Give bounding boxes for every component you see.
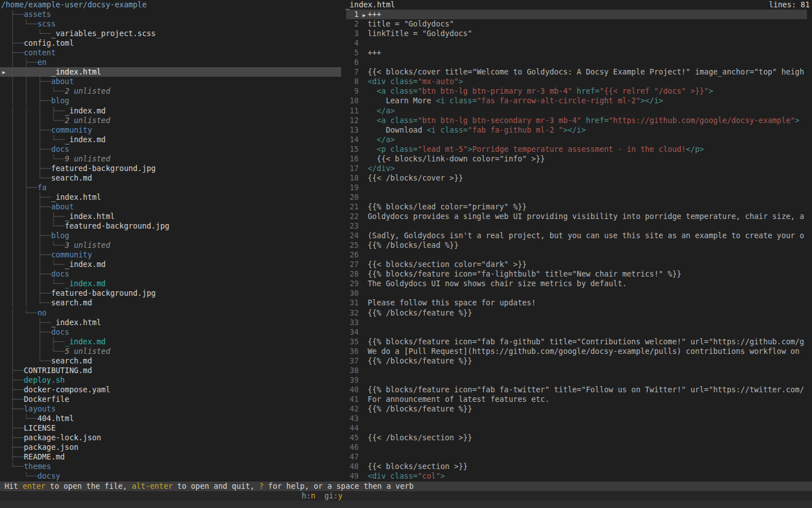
tree-row[interactable]: │ ├──en: [0, 58, 343, 67]
code-segment: >: [440, 472, 445, 480]
code-line: 10 Learn More <i class="fas fa-arrow-alt…: [343, 96, 807, 106]
tree-row[interactable]: │ │ │ ├──_index.md: [0, 106, 343, 116]
flag-hidden[interactable]: h:n: [302, 492, 315, 500]
code-text: </div>: [368, 164, 395, 173]
code-segment: <a class=: [368, 87, 418, 95]
tree-row[interactable]: │ │ └──search.md: [0, 298, 343, 308]
line-number: 47: [343, 452, 359, 462]
code-text: We do a [Pull Request](https://github.co…: [368, 347, 804, 356]
tree-row[interactable]: ├──Dockerfile: [0, 395, 343, 404]
code-segment: <i class=: [436, 97, 477, 105]
tree-row[interactable]: ├──package.json: [0, 443, 343, 452]
tree-row[interactable]: │ │ │ └──2 unlisted: [0, 116, 343, 125]
tree-row[interactable]: └──docsy: [0, 471, 343, 481]
code-line: 42{{% /blocks/feature %}}: [343, 404, 807, 414]
tree-row[interactable]: │ │ ├──about: [0, 202, 343, 212]
line-number: 16: [343, 154, 359, 164]
line-number: 1: [343, 10, 359, 19]
line-number: 38: [343, 366, 359, 375]
code-text: {{% /blocks/feature %}}: [368, 309, 472, 317]
line-number: 23: [343, 221, 359, 231]
tree-row[interactable]: │ └──_variables_project.scss: [0, 29, 343, 38]
tree-entry-name: about: [51, 203, 74, 211]
code-lines: 1▶+++2title = "Goldydocs"3linkTitle = "G…: [343, 10, 807, 481]
tree-row[interactable]: │ └──404.html: [0, 414, 343, 423]
tree-row[interactable]: │ ├──_index.html: [0, 318, 343, 327]
tree-row[interactable]: │ │ ├──blog: [0, 96, 343, 106]
code-segment: href=: [581, 116, 608, 125]
tree-row[interactable]: │ │ ├──community: [0, 250, 343, 260]
tree-row[interactable]: ├──deploy.sh: [0, 375, 343, 385]
tree-row[interactable]: │ │ ├──featured-background.jpg: [0, 164, 343, 173]
tree-branch-lines: ├──: [1, 405, 24, 413]
tree-row[interactable]: │ │ │ └──3 unlisted: [0, 240, 343, 250]
line-number: 9: [343, 86, 359, 96]
code-segment: "https://github.com/google/docsy-example…: [608, 116, 795, 125]
tree-row[interactable]: ├──CONTRIBUTING.md: [0, 366, 343, 375]
tree-row[interactable]: │ │ ├──featured-background.jpg: [0, 288, 343, 298]
tree-row[interactable]: │ │ ├──_index.html: [0, 192, 343, 202]
code-text: +++: [368, 10, 381, 19]
code-text: <div class="col">: [368, 472, 445, 480]
tree-row[interactable]: ├──content: [0, 48, 343, 58]
tree-row[interactable]: │ │ ├──_index.md: [0, 337, 343, 347]
flag-gitignore[interactable]: gi:y: [324, 492, 342, 500]
tree-row[interactable]: │ │ ├──about: [0, 77, 343, 86]
code-line: 22Goldydocs provides a single web UI pro…: [343, 212, 807, 221]
code-segment: Please follow this space for updates!: [368, 299, 536, 307]
tree-row[interactable]: │ │ │ └──2 unlisted: [0, 86, 343, 96]
tree-entry-name: _index.md: [65, 135, 106, 144]
tree-row[interactable]: ├──package-lock.json: [0, 433, 343, 443]
tree-entry-name: docs: [51, 270, 69, 278]
root-path[interactable]: /home/example-user/docsy-example: [1, 0, 147, 10]
tree-row[interactable]: ├──layouts: [0, 404, 343, 414]
code-text: <a class="btn btn-lg btn-secondary mr-3 …: [368, 116, 800, 125]
tree-row[interactable]: │ │ │ └──_index.md: [0, 279, 343, 288]
tree-branch-lines: ├──: [1, 443, 24, 452]
command-input[interactable]: :e h:ngi:y: [0, 491, 812, 501]
tree-entry-name: _index.html: [51, 318, 102, 327]
tree-row[interactable]: ├──docker-compose.yaml: [0, 385, 343, 395]
tree-row[interactable]: │ └──no: [0, 308, 343, 318]
tree-row[interactable]: │ │ │ └──_index.md: [0, 260, 343, 269]
tree-row[interactable]: │ └──scss: [0, 19, 343, 29]
tree-entry-name: scss: [38, 20, 56, 28]
tree-row[interactable]: │ │ ├──community: [0, 125, 343, 135]
tree-row[interactable]: ├──config.toml: [0, 38, 343, 48]
tree-row[interactable]: ├──LICENSE: [0, 423, 343, 433]
tree-row[interactable]: ├──assets: [0, 10, 343, 19]
flag-label: h:: [302, 492, 311, 500]
tree-row[interactable]: │ │ │ └──9 unlisted: [0, 154, 343, 164]
tree-row[interactable]: ▶ │ │ ├──_index.html: [0, 67, 343, 77]
code-line: 38: [343, 366, 807, 375]
tree-row[interactable]: │ │ └──5 unlisted: [0, 347, 343, 356]
tree-row[interactable]: │ │ │ └──_index.md: [0, 135, 343, 144]
tree-entry-name: no: [38, 309, 47, 317]
tree-row[interactable]: │ │ │ └──featured-background.jpg: [0, 221, 343, 231]
tree-row[interactable]: │ ├──docs: [0, 327, 343, 337]
mode-flags: h:ngi:y: [302, 491, 351, 501]
code-text: {{% blocks/feature icon="fab fa-github" …: [368, 338, 804, 346]
code-text: Please follow this space for updates!: [368, 299, 536, 307]
tree-row[interactable]: ├──README.md: [0, 452, 343, 462]
tree-row[interactable]: └──themes: [0, 462, 343, 471]
tree-row[interactable]: │ └──search.md: [0, 356, 343, 366]
tree-row[interactable]: │ │ ├──docs: [0, 269, 343, 279]
code-segment: Porridge temperature assessment - in the…: [472, 145, 686, 154]
code-segment: </p>: [686, 145, 704, 154]
code-segment: Learn More: [368, 97, 436, 105]
line-number: 41: [343, 395, 359, 404]
tree-row[interactable]: │ ├──fa: [0, 183, 343, 192]
tree-row[interactable]: │ │ ├──blog: [0, 231, 343, 240]
code-line: 15 <p class="lead mt-5">Porridge tempera…: [343, 144, 807, 154]
tree-row[interactable]: │ │ │ ├──_index.html: [0, 212, 343, 221]
tree-row[interactable]: │ │ └──search.md: [0, 173, 343, 183]
tree-row[interactable]: │ │ ├──docs: [0, 144, 343, 154]
code-segment: "mx-auto": [418, 77, 459, 86]
preview-panel: _index.html lines: 81 1▶+++2title = "Gol…: [343, 0, 812, 481]
code-segment: </a>: [368, 135, 395, 144]
tree-entry-name: 5 unlisted: [65, 347, 111, 356]
tree-branch-lines: └──: [1, 462, 24, 471]
tree-entry-name: 3 unlisted: [65, 241, 111, 249]
code-text: <div class="mx-auto">: [368, 77, 463, 86]
